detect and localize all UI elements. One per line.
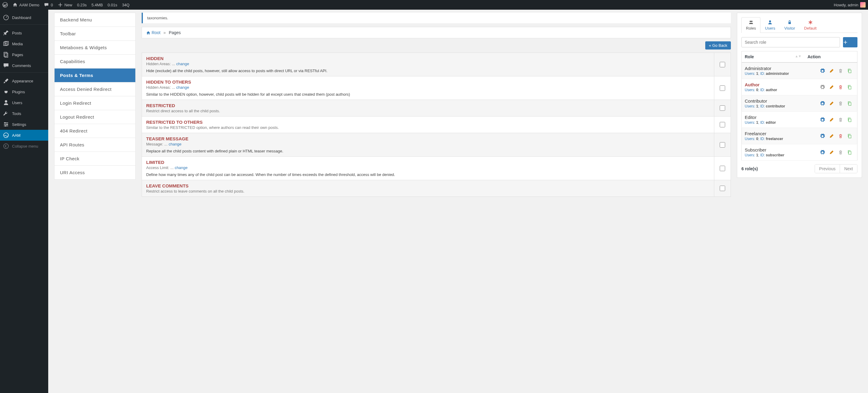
add-role-button[interactable]	[843, 37, 858, 47]
access-options-table: HIDDENHidden Areas: ... changeHide (excl…	[142, 53, 731, 197]
feature-ip-check[interactable]: IP Check	[55, 152, 135, 166]
edit-role-button[interactable]	[828, 67, 835, 74]
wp-menu-comments[interactable]: Comments	[0, 60, 48, 71]
change-link[interactable]: change	[175, 165, 188, 170]
change-link[interactable]: change	[176, 85, 189, 90]
perf-stat-0[interactable]: 0.23s	[77, 3, 87, 7]
edit-role-button[interactable]	[828, 100, 835, 107]
feature-uri-access[interactable]: URI Access	[55, 166, 135, 179]
clone-role-button[interactable]	[846, 100, 853, 107]
new-link[interactable]: New	[58, 2, 72, 7]
media-icon	[3, 41, 9, 47]
home-icon	[13, 2, 18, 7]
option-title: LEAVE COMMENTS	[146, 183, 710, 188]
feature-capabilities[interactable]: Capabilities	[55, 55, 135, 68]
change-link[interactable]: change	[168, 142, 181, 146]
menu-label: Settings	[12, 122, 26, 127]
wp-menu-appearance[interactable]: Appearance	[0, 76, 48, 86]
option-checkbox[interactable]	[720, 142, 725, 148]
brush-icon	[3, 78, 9, 84]
tab-roles[interactable]: Roles	[741, 17, 761, 33]
edit-role-button[interactable]	[828, 149, 835, 156]
delete-role-button[interactable]	[837, 100, 844, 107]
clone-role-button[interactable]	[846, 84, 853, 90]
tab-visitor[interactable]: Visitor	[780, 17, 800, 33]
role-name: Contributor	[745, 99, 801, 104]
option-checkbox[interactable]	[720, 186, 725, 191]
feature-logout-redirect[interactable]: Logout Redirect	[55, 110, 135, 124]
option-title: TEASER MESSAGE	[146, 136, 710, 141]
svg-rect-7	[4, 122, 5, 123]
wp-menu-plugins[interactable]: Plugins	[0, 86, 48, 97]
wp-menu-pages[interactable]: Pages	[0, 49, 48, 60]
collapse-icon	[3, 143, 9, 149]
howdy-link[interactable]: Howdy, admin	[834, 2, 866, 7]
role-row: SubscriberUsers: 1; ID: subscriber	[742, 144, 858, 161]
wp-menu-collapse-menu[interactable]: Collapse menu	[0, 141, 48, 151]
delete-role-button[interactable]	[837, 116, 844, 123]
perf-stat-1[interactable]: 5.4MB	[92, 3, 103, 7]
tab-default[interactable]: Default	[800, 17, 821, 33]
feature-posts-terms[interactable]: Posts & Terms	[55, 68, 135, 82]
delete-role-button[interactable]	[837, 84, 844, 90]
feature-login-redirect[interactable]: Login Redirect	[55, 96, 135, 110]
edit-role-button[interactable]	[828, 133, 835, 139]
wp-menu-users[interactable]: Users	[0, 97, 48, 108]
perf-stat-2[interactable]: 0.01s	[107, 3, 117, 7]
feature-backend-menu[interactable]: Backend Menu	[55, 13, 135, 27]
breadcrumb-root[interactable]: Root	[152, 30, 161, 35]
option-sub: Restrict access to leave comments on all…	[146, 189, 710, 194]
change-link[interactable]: change	[176, 62, 189, 66]
wp-menu-aam[interactable]: AAM	[0, 130, 48, 141]
feature-api-routes[interactable]: API Routes	[55, 138, 135, 152]
clone-role-button[interactable]	[846, 116, 853, 123]
next-button[interactable]: Next	[840, 165, 857, 173]
comments-link[interactable]: 0	[44, 2, 53, 7]
delete-role-button[interactable]	[837, 133, 844, 139]
menu-label: Plugins	[12, 90, 25, 94]
edit-role-button[interactable]	[828, 84, 835, 90]
option-row: RESTRICTED TO OTHERSSimilar to the RESTR…	[142, 116, 731, 133]
option-checkbox[interactable]	[720, 105, 725, 111]
manage-role-button[interactable]	[819, 133, 826, 139]
manage-role-button[interactable]	[819, 67, 826, 74]
clone-role-button[interactable]	[846, 67, 853, 74]
wp-menu-posts[interactable]: Posts	[0, 27, 48, 38]
role-row: AdministratorUsers: 1; ID: administrator	[742, 62, 858, 79]
menu-label: Collapse menu	[12, 144, 38, 148]
go-back-button[interactable]: « Go Back	[705, 41, 731, 50]
search-role-input[interactable]	[741, 37, 840, 47]
wp-menu-dashboard[interactable]: Dashboard	[0, 12, 48, 23]
wp-menu-media[interactable]: Media	[0, 38, 48, 49]
clone-role-button[interactable]	[846, 149, 853, 156]
option-checkbox[interactable]	[720, 85, 725, 91]
site-name-link[interactable]: AAM Demo	[13, 2, 39, 7]
role-col-header[interactable]: Role▲▼	[742, 51, 805, 63]
delete-role-button[interactable]	[837, 67, 844, 74]
edit-role-button[interactable]	[828, 116, 835, 123]
wp-menu-tools[interactable]: Tools	[0, 108, 48, 119]
wp-logo-icon[interactable]	[2, 2, 8, 7]
manage-role-button[interactable]	[819, 84, 826, 90]
wrench-icon	[3, 110, 9, 116]
tab-users[interactable]: Users	[761, 17, 780, 33]
option-checkbox[interactable]	[720, 62, 725, 67]
aam-icon	[3, 132, 9, 138]
option-checkbox[interactable]	[720, 122, 725, 128]
manage-role-button[interactable]	[819, 116, 826, 123]
feature-toolbar[interactable]: Toolbar	[55, 27, 135, 41]
manage-role-button[interactable]	[819, 149, 826, 156]
manage-role-button[interactable]	[819, 100, 826, 107]
role-row: EditorUsers: 1; ID: editor	[742, 112, 858, 128]
wp-menu-settings[interactable]: Settings	[0, 119, 48, 130]
clone-role-button[interactable]	[846, 133, 853, 139]
delete-role-button[interactable]	[837, 149, 844, 156]
option-checkbox[interactable]	[720, 166, 725, 171]
plus-icon	[843, 40, 848, 45]
feature-access-denied-redirect[interactable]: Access Denied Redirect	[55, 82, 135, 96]
prev-button[interactable]: Previous	[815, 165, 840, 173]
user-icon	[3, 100, 9, 106]
feature-metaboxes-widgets[interactable]: Metaboxes & Widgets	[55, 41, 135, 55]
feature--redirect[interactable]: 404 Redirect	[55, 124, 135, 138]
perf-stat-3[interactable]: 34Q	[122, 3, 130, 7]
